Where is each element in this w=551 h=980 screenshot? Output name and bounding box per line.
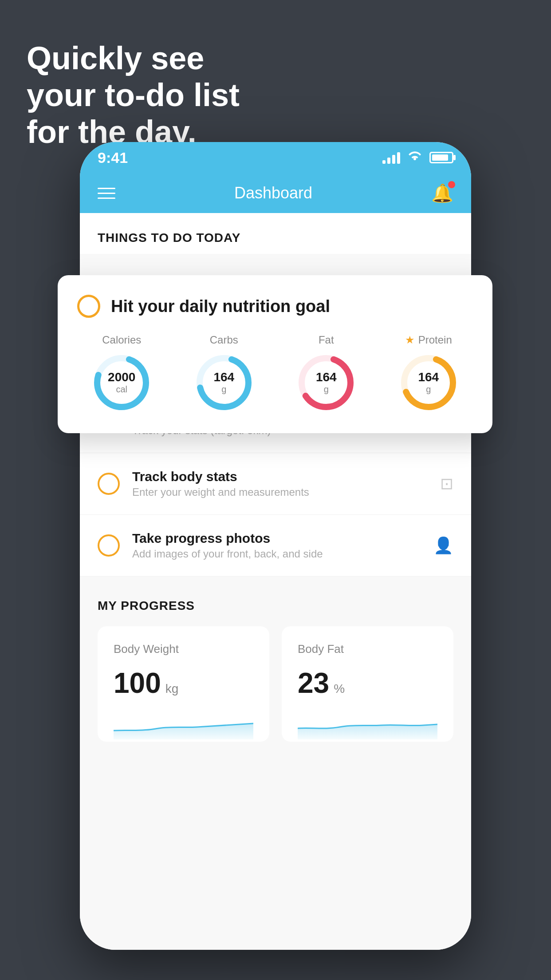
metric-calories: Calories 2000 cal — [91, 334, 153, 414]
calories-donut: 2000 cal — [91, 352, 153, 414]
progress-cards: Body Weight 100 kg — [98, 626, 453, 742]
todo-title-photos: Take progress photos — [132, 531, 421, 546]
nutrition-circle-radio — [77, 295, 100, 318]
todo-circle-photos — [98, 534, 120, 557]
body-weight-unit: kg — [165, 682, 179, 696]
metric-fat: Fat 164 g — [295, 334, 357, 414]
body-weight-label: Body Weight — [114, 642, 253, 656]
calories-unit: cal — [116, 384, 127, 394]
nutrition-card[interactable]: Hit your daily nutrition goal Calories 2… — [58, 275, 492, 433]
protein-label-wrap: ★ Protein — [405, 334, 452, 346]
status-time: 9:41 — [98, 149, 128, 166]
todo-item-photos[interactable]: Take progress photos Add images of your … — [80, 515, 471, 577]
protein-donut: 164 g — [398, 352, 460, 414]
person-icon: 👤 — [433, 536, 453, 555]
nav-bar: Dashboard 🔔 — [80, 173, 471, 213]
things-to-do-header: THINGS TO DO TODAY — [80, 213, 471, 254]
todo-text-photos: Take progress photos Add images of your … — [132, 531, 421, 560]
body-weight-value: 100 — [114, 667, 161, 699]
signal-icon — [382, 151, 400, 164]
progress-section: MY PROGRESS Body Weight 100 kg — [80, 577, 471, 759]
body-fat-unit: % — [334, 682, 345, 696]
body-fat-value-wrap: 23 % — [298, 667, 437, 699]
carbs-unit: g — [221, 384, 226, 394]
body-weight-chart — [114, 713, 253, 739]
star-icon: ★ — [405, 334, 415, 346]
carbs-donut: 164 g — [193, 352, 255, 414]
calories-label: Calories — [102, 334, 141, 346]
background-headline: Quickly see your to-do list for the day. — [27, 40, 240, 150]
progress-title: MY PROGRESS — [98, 599, 453, 613]
phone-mockup: 9:41 Dashboard 🔔 — [80, 142, 471, 950]
nutrition-card-header: Hit your daily nutrition goal — [77, 295, 473, 318]
carbs-label: Carbs — [210, 334, 238, 346]
headline-line1: Quickly see — [27, 40, 204, 76]
status-icons — [382, 150, 453, 165]
body-fat-label: Body Fat — [298, 642, 437, 656]
fat-unit: g — [324, 384, 329, 394]
battery-icon — [429, 152, 453, 163]
body-fat-card[interactable]: Body Fat 23 % — [282, 626, 453, 742]
protein-value: 164 — [418, 371, 439, 384]
todo-text-body-stats: Track body stats Enter your weight and m… — [132, 469, 428, 498]
notification-dot — [448, 181, 455, 188]
protein-label: Protein — [418, 334, 452, 346]
metric-carbs: Carbs 164 g — [193, 334, 255, 414]
things-to-do-title: THINGS TO DO TODAY — [98, 231, 240, 245]
metric-protein: ★ Protein 164 g — [398, 334, 460, 414]
wifi-icon — [407, 150, 422, 165]
calories-value: 2000 — [108, 371, 135, 384]
todo-subtitle-photos: Add images of your front, back, and side — [132, 548, 421, 560]
todo-circle-body-stats — [98, 473, 120, 495]
todo-item-body-stats[interactable]: Track body stats Enter your weight and m… — [80, 453, 471, 515]
status-bar: 9:41 — [80, 142, 471, 173]
todo-subtitle-body-stats: Enter your weight and measurements — [132, 486, 428, 498]
nav-title: Dashboard — [234, 184, 312, 202]
nutrition-metrics: Calories 2000 cal Carbs — [77, 334, 473, 414]
body-weight-card[interactable]: Body Weight 100 kg — [98, 626, 269, 742]
fat-value: 164 — [316, 371, 337, 384]
protein-unit: g — [426, 384, 431, 394]
nutrition-card-title: Hit your daily nutrition goal — [111, 297, 330, 316]
bell-icon[interactable]: 🔔 — [431, 183, 453, 204]
todo-title-body-stats: Track body stats — [132, 469, 428, 484]
carbs-value: 164 — [213, 371, 234, 384]
body-weight-value-wrap: 100 kg — [114, 667, 253, 699]
headline-line2: your to-do list — [27, 77, 240, 113]
fat-label: Fat — [319, 334, 334, 346]
scale-icon: ⊡ — [440, 474, 453, 493]
hamburger-menu[interactable] — [98, 188, 115, 199]
fat-donut: 164 g — [295, 352, 357, 414]
body-fat-chart — [298, 713, 437, 739]
body-fat-value: 23 — [298, 667, 329, 699]
